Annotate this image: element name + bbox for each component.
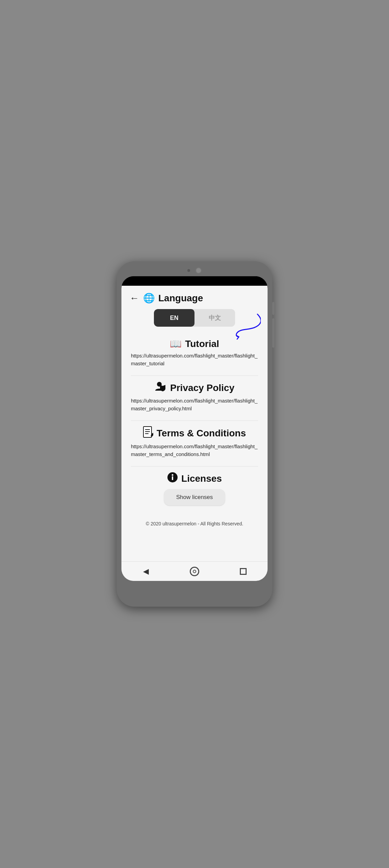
back-button[interactable]: ← [130,294,139,303]
tutorial-icon: 📖 [170,338,182,349]
terms-header: Terms & Conditions [131,426,258,440]
terms-title: Terms & Conditions [157,428,246,439]
navigation-bar: ◀ [121,561,268,581]
spacer [121,533,268,561]
terms-url[interactable]: https://ultrasupermelon.com/flashlight_m… [131,443,258,458]
speaker [196,267,202,274]
tutorial-header: 📖 Tutorial [131,338,258,349]
svg-point-7 [172,474,174,476]
recent-square-icon [240,568,247,575]
tutorial-section: 📖 Tutorial https://ultrasupermelon.com/f… [121,335,268,373]
home-circle-inner [193,570,196,573]
phone-device: ← 🌐 Language EN 中文 [117,261,272,607]
power-button[interactable] [272,329,274,348]
annotation-arrow [224,312,261,340]
page-title: 🌐 Language [143,292,203,304]
privacy-policy-section: Privacy Policy https://ultrasupermelon.c… [121,378,268,418]
phone-top-sensors [121,267,268,276]
language-section: EN 中文 [121,309,268,335]
page-header: ← 🌐 Language [121,286,268,309]
front-camera [187,269,190,272]
licenses-section: Licenses Show licenses [121,469,268,516]
terms-icon [143,426,153,440]
privacy-policy-header: Privacy Policy [131,381,258,394]
licenses-icon [167,472,178,485]
licenses-title: Licenses [181,473,222,484]
volume-up-button[interactable] [272,302,274,315]
phone-screen: ← 🌐 Language EN 中文 [121,286,268,581]
terms-section: Terms & Conditions https://ultrasupermel… [121,423,268,464]
globe-icon: 🌐 [143,292,155,304]
divider-1 [131,375,258,376]
phone-screen-wrapper: ← 🌐 Language EN 中文 [121,276,268,581]
privacy-policy-title: Privacy Policy [170,383,234,393]
en-language-button[interactable]: EN [154,309,194,327]
copyright-text: © 2020 ultrasupermelon - All Rights Rese… [121,516,268,533]
status-bar [121,276,268,286]
svg-rect-6 [172,476,173,480]
licenses-header: Licenses [131,472,258,485]
language-toggle[interactable]: EN 中文 [154,309,235,327]
privacy-policy-url[interactable]: https://ultrasupermelon.com/flashlight_m… [131,397,258,412]
divider-2 [131,420,258,421]
divider-3 [131,466,258,466]
home-circle-icon [190,567,199,576]
tutorial-url[interactable]: https://ultrasupermelon.com/flashlight_m… [131,352,258,367]
back-nav-button[interactable]: ◀ [138,564,153,579]
privacy-icon [155,381,167,394]
recent-nav-button[interactable] [236,564,251,579]
tutorial-title: Tutorial [185,339,219,349]
show-licenses-button[interactable]: Show licenses [164,489,225,505]
home-nav-button[interactable] [187,564,202,579]
